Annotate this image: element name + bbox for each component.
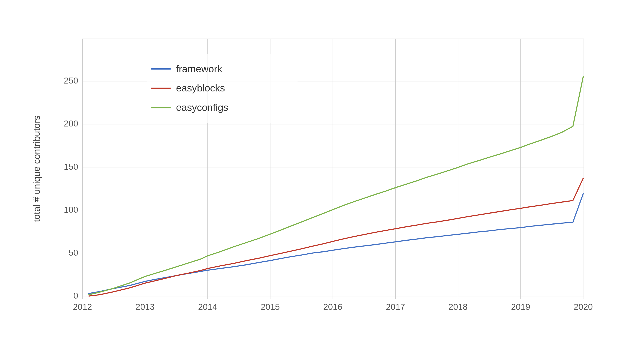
legend-easyconfigs-label: easyconfigs xyxy=(176,102,228,113)
legend-framework-label: framework xyxy=(176,63,222,75)
svg-rect-0 xyxy=(57,28,594,323)
svg-text:50: 50 xyxy=(69,248,78,257)
chart-area: 0 50 100 150 200 250 2012 2013 2014 2015… xyxy=(57,24,594,326)
svg-text:2019: 2019 xyxy=(511,302,530,312)
svg-text:2017: 2017 xyxy=(386,302,405,312)
svg-text:2018: 2018 xyxy=(449,302,468,312)
svg-text:150: 150 xyxy=(64,162,78,171)
svg-text:0: 0 xyxy=(73,291,78,300)
chart-svg: 0 50 100 150 200 250 2012 2013 2014 2015… xyxy=(57,24,594,326)
svg-text:250: 250 xyxy=(64,76,78,85)
svg-text:2016: 2016 xyxy=(323,302,342,312)
svg-text:100: 100 xyxy=(64,205,78,214)
svg-text:2014: 2014 xyxy=(198,302,217,312)
svg-text:200: 200 xyxy=(64,119,78,128)
y-axis-label: total # unique contributors xyxy=(31,116,42,222)
svg-text:2012: 2012 xyxy=(73,302,92,312)
legend-easyblocks-label: easyblocks xyxy=(176,82,225,94)
svg-text:2020: 2020 xyxy=(574,302,593,312)
svg-text:2013: 2013 xyxy=(136,302,155,312)
chart-container: total # unique contributors xyxy=(17,11,612,353)
svg-text:2015: 2015 xyxy=(261,302,280,312)
